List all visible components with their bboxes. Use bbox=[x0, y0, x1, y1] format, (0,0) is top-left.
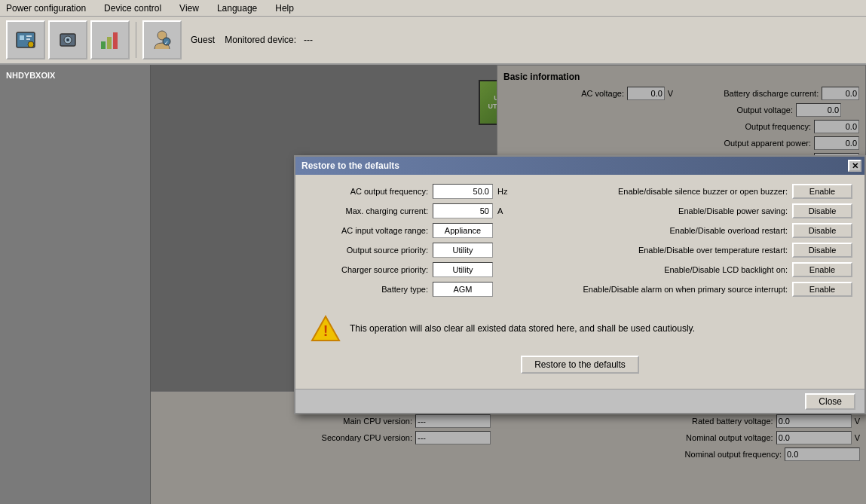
lcd-backlight-row: Enable/Disable LCD backlight on: Enable bbox=[562, 262, 852, 277]
menu-power-config[interactable]: Power configuration bbox=[3, 2, 89, 15]
sidebar-title: NHDYBXOIX bbox=[3, 68, 147, 83]
toolbar-btn-2[interactable] bbox=[48, 20, 87, 60]
buzzer-btn[interactable]: Enable bbox=[792, 184, 852, 199]
battery-type-row: Battery type: AGM bbox=[308, 282, 546, 297]
buzzer-label: Enable/disable silence buzzer or open bu… bbox=[562, 187, 788, 196]
svg-rect-8 bbox=[101, 41, 106, 49]
modal-right-col: Enable/disable silence buzzer or open bu… bbox=[562, 184, 852, 301]
restore-btn-row: Restore to the defaults bbox=[308, 356, 852, 374]
ac-input-voltage-label: AC input voltage range: bbox=[308, 226, 428, 235]
lcd-backlight-btn[interactable]: Enable bbox=[792, 262, 852, 277]
toolbar-btn-4[interactable]: ✓ bbox=[142, 20, 182, 60]
restore-defaults-modal: Restore to the defaults ✕ AC output freq… bbox=[294, 155, 866, 414]
svg-rect-1 bbox=[20, 35, 24, 40]
modal-left-col: AC output frequency: 50.0 Hz Max. chargi… bbox=[308, 184, 546, 301]
sidebar: NHDYBXOIX bbox=[0, 65, 151, 504]
buzzer-row: Enable/disable silence buzzer or open bu… bbox=[562, 184, 852, 199]
svg-point-4 bbox=[28, 41, 34, 47]
monitored-label: Monitored device: bbox=[225, 35, 296, 45]
output-source-label: Output source priority: bbox=[308, 246, 428, 255]
modal-overlay: Restore to the defaults ✕ AC output freq… bbox=[151, 65, 866, 504]
main-layout: NHDYBXOIX UPSUTILITY --- Basic informati… bbox=[0, 65, 866, 504]
output-source-priority-row: Output source priority: Utility bbox=[308, 243, 546, 258]
svg-point-7 bbox=[66, 38, 69, 41]
max-charging-label: Max. charging current: bbox=[308, 206, 428, 215]
menu-device-control[interactable]: Device control bbox=[101, 2, 164, 15]
overload-restart-label: Enable/Disable overload restart: bbox=[562, 226, 788, 235]
battery-type-value: AGM bbox=[433, 282, 493, 297]
toolbar-separator bbox=[136, 22, 136, 58]
toolbar: ✓ Guest Monitored device: --- bbox=[0, 17, 866, 65]
modal-close-button[interactable]: Close bbox=[805, 393, 855, 410]
warning-box: ! This operation will also clear all exi… bbox=[308, 310, 852, 347]
svg-rect-10 bbox=[113, 32, 118, 49]
toolbar-info: Guest Monitored device: --- bbox=[191, 35, 313, 45]
over-temp-label: Enable/Disable over temperature restart: bbox=[562, 246, 788, 255]
content-area: UPSUTILITY --- Basic information AC volt… bbox=[151, 65, 866, 504]
power-saving-label: Enable/Disable power saving: bbox=[562, 206, 788, 215]
charger-source-label: Charger source priority: bbox=[308, 265, 428, 274]
charger-source-value: Utility bbox=[433, 262, 493, 277]
ac-output-freq-unit: Hz bbox=[497, 187, 513, 196]
max-charging-value: 50 bbox=[433, 203, 493, 218]
lcd-backlight-label: Enable/Disable LCD backlight on: bbox=[562, 265, 788, 274]
max-charging-unit: A bbox=[497, 206, 513, 215]
overload-restart-btn[interactable]: Disable bbox=[792, 223, 852, 238]
menu-help[interactable]: Help bbox=[272, 2, 297, 15]
over-temp-row: Enable/Disable over temperature restart:… bbox=[562, 243, 852, 258]
guest-label: Guest bbox=[191, 35, 215, 45]
battery-type-label: Battery type: bbox=[308, 285, 428, 294]
power-saving-row: Enable/Disable power saving: Disable bbox=[562, 203, 852, 218]
svg-rect-2 bbox=[26, 35, 32, 37]
toolbar-btn-3[interactable] bbox=[90, 20, 130, 60]
power-saving-btn[interactable]: Disable bbox=[792, 203, 852, 218]
svg-text:✓: ✓ bbox=[164, 40, 169, 45]
ac-output-freq-label: AC output frequency: bbox=[308, 187, 428, 196]
over-temp-btn[interactable]: Disable bbox=[792, 243, 852, 258]
ac-output-freq-row: AC output frequency: 50.0 Hz bbox=[308, 184, 546, 199]
restore-defaults-button[interactable]: Restore to the defaults bbox=[521, 356, 639, 374]
max-charging-row: Max. charging current: 50 A bbox=[308, 203, 546, 218]
modal-body: AC output frequency: 50.0 Hz Max. chargi… bbox=[295, 175, 864, 389]
menu-view[interactable]: View bbox=[176, 2, 202, 15]
ac-output-freq-value: 50.0 bbox=[433, 184, 493, 199]
alarm-btn[interactable]: Enable bbox=[792, 282, 852, 297]
modal-title: Restore to the defaults bbox=[301, 160, 399, 171]
output-source-value: Utility bbox=[433, 243, 493, 258]
svg-rect-9 bbox=[107, 37, 112, 49]
ac-input-voltage-value: Appliance bbox=[433, 223, 493, 238]
overload-restart-row: Enable/Disable overload restart: Disable bbox=[562, 223, 852, 238]
monitored-value: --- bbox=[304, 35, 313, 45]
menu-language[interactable]: Language bbox=[214, 2, 260, 15]
alarm-label: Enable/Disable alarm on when primary sou… bbox=[562, 285, 788, 294]
modal-close-icon[interactable]: ✕ bbox=[848, 160, 861, 172]
warning-text: This operation will also clear all exist… bbox=[350, 323, 695, 334]
svg-text:!: ! bbox=[323, 322, 329, 339]
toolbar-btn-1[interactable] bbox=[6, 20, 45, 60]
menubar: Power configuration Device control View … bbox=[0, 0, 866, 17]
modal-footer: Close bbox=[295, 389, 864, 413]
ac-input-voltage-row: AC input voltage range: Appliance bbox=[308, 223, 546, 238]
modal-form-section: AC output frequency: 50.0 Hz Max. chargi… bbox=[308, 184, 852, 301]
alarm-row: Enable/Disable alarm on when primary sou… bbox=[562, 282, 852, 297]
warning-icon: ! bbox=[311, 313, 341, 344]
svg-rect-3 bbox=[26, 38, 30, 40]
charger-source-priority-row: Charger source priority: Utility bbox=[308, 262, 546, 277]
modal-titlebar: Restore to the defaults ✕ bbox=[295, 157, 864, 175]
